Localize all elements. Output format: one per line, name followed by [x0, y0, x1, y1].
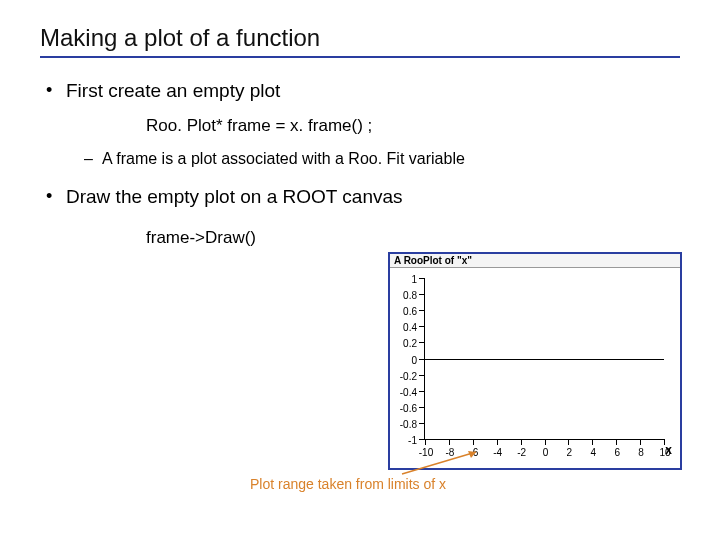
- y-tick: -0.8: [419, 423, 425, 424]
- y-tick: 0.8: [419, 294, 425, 295]
- plot-container: A RooPlot of "x" x -1-0.8-0.6-0.4-0.200.…: [388, 252, 682, 470]
- y-tick: 0.6: [419, 310, 425, 311]
- y-tick-label: 0.4: [403, 322, 419, 333]
- y-tick: 0.4: [419, 326, 425, 327]
- plot-frame: x -1-0.8-0.6-0.4-0.200.20.40.60.81-10-8-…: [424, 278, 664, 440]
- x-tick-label: -8: [445, 445, 454, 458]
- code-snippet-1: Roo. Plot* frame = x. frame() ;: [146, 116, 680, 136]
- slide: Making a plot of a function First create…: [0, 0, 720, 540]
- plot-zero-line: [425, 359, 664, 360]
- y-tick-label: -0.2: [400, 370, 419, 381]
- x-tick: -10: [425, 439, 426, 445]
- bullet-1-text: First create an empty plot: [66, 80, 280, 101]
- x-tick-label: 0: [543, 445, 549, 458]
- bullet-2-text: Draw the empty plot on a ROOT canvas: [66, 186, 403, 207]
- plot-title: A RooPlot of "x": [390, 254, 680, 268]
- x-tick: 0: [545, 439, 546, 445]
- x-tick: -8: [449, 439, 450, 445]
- x-tick: 6: [616, 439, 617, 445]
- x-tick-label: -2: [517, 445, 526, 458]
- plot-area: x -1-0.8-0.6-0.4-0.200.20.40.60.81-10-8-…: [402, 274, 670, 462]
- x-tick-label: 10: [659, 445, 670, 458]
- y-tick-label: 0.2: [403, 338, 419, 349]
- y-tick-label: 0.6: [403, 306, 419, 317]
- y-tick-label: -0.8: [400, 418, 419, 429]
- y-tick-label: -1: [408, 435, 419, 446]
- slide-title: Making a plot of a function: [40, 24, 680, 58]
- x-tick: 4: [592, 439, 593, 445]
- x-tick: 10: [664, 439, 665, 445]
- x-tick: -4: [497, 439, 498, 445]
- plot-caption: Plot range taken from limits of x: [250, 476, 446, 492]
- y-tick: 0.2: [419, 342, 425, 343]
- bullet-2: Draw the empty plot on a ROOT canvas fra…: [66, 186, 680, 248]
- sub-bullet-1: A frame is a plot associated with a Roo.…: [102, 150, 680, 168]
- x-tick-label: 2: [567, 445, 573, 458]
- y-tick-label: -0.4: [400, 386, 419, 397]
- x-tick: 2: [568, 439, 569, 445]
- x-tick-label: 4: [591, 445, 597, 458]
- y-tick: -0.4: [419, 391, 425, 392]
- x-tick: -6: [473, 439, 474, 445]
- x-tick-label: 8: [638, 445, 644, 458]
- x-tick-label: 6: [614, 445, 620, 458]
- bullet-list: First create an empty plot Roo. Plot* fr…: [40, 80, 680, 248]
- x-tick-label: -6: [469, 445, 478, 458]
- y-tick-label: -0.6: [400, 402, 419, 413]
- y-tick-label: 0: [411, 354, 419, 365]
- x-tick: 8: [640, 439, 641, 445]
- y-tick-label: 0.8: [403, 290, 419, 301]
- x-tick: -2: [521, 439, 522, 445]
- code-snippet-2: frame->Draw(): [146, 228, 680, 248]
- sub-bullet-list: A frame is a plot associated with a Roo.…: [84, 150, 680, 168]
- y-tick: 1: [419, 278, 425, 279]
- x-tick-label: -4: [493, 445, 502, 458]
- bullet-1: First create an empty plot Roo. Plot* fr…: [66, 80, 680, 168]
- y-tick: -0.6: [419, 407, 425, 408]
- x-tick-label: -10: [419, 445, 433, 458]
- y-tick: 0: [419, 359, 425, 360]
- y-tick: -0.2: [419, 375, 425, 376]
- y-tick-label: 1: [411, 274, 419, 285]
